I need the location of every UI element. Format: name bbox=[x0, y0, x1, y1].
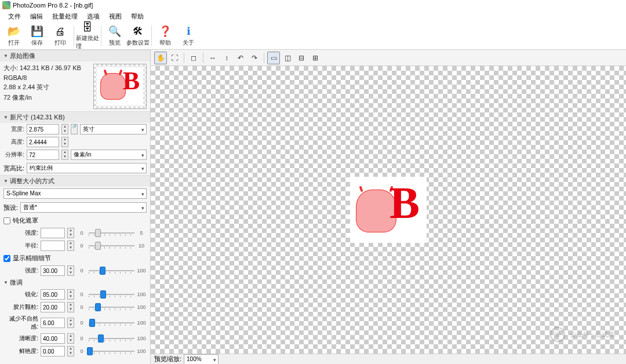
detail-strength-input[interactable] bbox=[41, 265, 65, 276]
fine-detail-label: 显示精细细节 bbox=[13, 254, 51, 263]
ft-label-4: 鲜艳度: bbox=[3, 347, 38, 355]
size-unit-combo[interactable]: 英寸 bbox=[80, 124, 147, 134]
toolbar-separator bbox=[101, 26, 101, 46]
ft-label-2: 减少不自然感: bbox=[3, 315, 38, 331]
canvas[interactable]: B ✳ 公众号：公式库 bbox=[151, 66, 626, 354]
detail-strength-slider[interactable] bbox=[89, 266, 134, 275]
unsharp-strength-spinner[interactable]: ▲▼ bbox=[67, 228, 74, 238]
about-button[interactable]: ℹ关于 bbox=[177, 23, 200, 49]
original-image-header[interactable]: 原始图像 bbox=[0, 50, 150, 61]
title-bar: PhotoZoom Pro 8.2 - [nb.gif] bbox=[0, 0, 626, 10]
view-quad[interactable]: ⊞ bbox=[309, 52, 322, 64]
menu-帮助[interactable]: 帮助 bbox=[126, 11, 148, 22]
ft-spinner-4[interactable]: ▲▼ bbox=[67, 346, 74, 356]
unsharp-mask-checkbox[interactable] bbox=[3, 217, 10, 224]
original-thumbnail: B bbox=[93, 64, 147, 109]
ratio-label: 宽高比: bbox=[3, 164, 24, 173]
ft-spinner-2[interactable]: ▲▼ bbox=[67, 318, 74, 328]
open-button-icon: 📂 bbox=[7, 24, 21, 38]
ft-input-3[interactable] bbox=[41, 333, 65, 344]
open-button[interactable]: 📂打开 bbox=[2, 23, 26, 49]
detail-strength-spinner[interactable]: ▲▼ bbox=[67, 265, 74, 276]
width-input[interactable] bbox=[27, 124, 59, 134]
ft-slider-0[interactable] bbox=[89, 290, 134, 299]
unsharp-strength-input[interactable] bbox=[41, 228, 65, 238]
ft-input-1[interactable] bbox=[41, 302, 65, 312]
ft-slider-4[interactable] bbox=[89, 347, 134, 356]
letter-b-graphic: B bbox=[123, 68, 140, 94]
menu-选项[interactable]: 选项 bbox=[82, 11, 104, 22]
new-size-header[interactable]: 新尺寸 (142.31 KB) bbox=[0, 111, 150, 123]
watermark: ✳ 公众号：公式库 bbox=[550, 327, 614, 342]
ft-input-0[interactable] bbox=[41, 289, 65, 300]
zoom-combo[interactable]: 100% bbox=[184, 354, 219, 365]
about-button-icon: ℹ bbox=[181, 24, 195, 38]
help-button-icon: ❓ bbox=[158, 24, 172, 38]
flip-h-tool[interactable]: ↔ bbox=[206, 52, 219, 64]
rotate-ccw-tool[interactable]: ↶ bbox=[234, 52, 247, 64]
dpi-spinner[interactable]: ▲▼ bbox=[61, 150, 68, 160]
app-icon bbox=[2, 1, 10, 9]
menu-批量处理[interactable]: 批量处理 bbox=[48, 11, 82, 22]
ft-slider-1[interactable] bbox=[89, 303, 134, 312]
print-button[interactable]: 🖨打印 bbox=[49, 23, 72, 49]
crop-tool[interactable]: ◻ bbox=[187, 52, 200, 64]
bull-graphic bbox=[100, 73, 126, 100]
print-button-icon: 🖨 bbox=[53, 24, 67, 38]
preset-combo[interactable]: 普通* bbox=[20, 202, 147, 213]
settings-button[interactable]: 🛠参数设置 bbox=[126, 23, 150, 49]
ft-spinner-1[interactable]: ▲▼ bbox=[67, 302, 74, 312]
ft-input-2[interactable] bbox=[41, 318, 65, 328]
preset-label: 预设: bbox=[3, 203, 18, 212]
canvas-toolbar-separator bbox=[203, 53, 203, 63]
fine-detail-checkbox[interactable] bbox=[3, 255, 10, 262]
unsharp-strength-slider[interactable] bbox=[89, 228, 134, 238]
resize-method-header[interactable]: 调整大小的方式 bbox=[0, 175, 150, 187]
help-button[interactable]: ❓帮助 bbox=[154, 23, 177, 49]
orig-size: 大小: 142.31 KB / 36.97 KB bbox=[3, 64, 90, 72]
preview-area: ✋⛶◻↔↕↶↷▭◫⊟⊞ B ✳ 公众号：公式库 预览缩放: 100% bbox=[151, 50, 626, 364]
main-toolbar: 📂打开💾保存🖨打印🗄新建批处理🔍预览🛠参数设置❓帮助ℹ关于 bbox=[0, 22, 626, 50]
menu-视图[interactable]: 视图 bbox=[104, 11, 126, 22]
height-input[interactable] bbox=[27, 137, 59, 147]
unsharp-radius-spinner[interactable]: ▲▼ bbox=[67, 241, 74, 251]
ft-spinner-0[interactable]: ▲▼ bbox=[67, 289, 74, 300]
new-batch-button-icon: 🗄 bbox=[81, 21, 94, 34]
resize-method-combo[interactable]: S-Spline Max bbox=[3, 188, 147, 199]
pan-tool[interactable]: ✋ bbox=[154, 52, 167, 64]
ft-slider-2[interactable] bbox=[89, 318, 134, 327]
ft-spinner-3[interactable]: ▲▼ bbox=[67, 333, 74, 344]
flip-v-tool[interactable]: ↕ bbox=[220, 52, 233, 64]
preview-image: B bbox=[350, 177, 427, 243]
view-single[interactable]: ▭ bbox=[267, 52, 280, 64]
save-button[interactable]: 💾保存 bbox=[26, 23, 49, 49]
preview-button[interactable]: 🔍预览 bbox=[103, 23, 126, 49]
view-split-v[interactable]: ◫ bbox=[281, 52, 294, 64]
letter-b-graphic: B bbox=[390, 180, 420, 225]
ft-input-4[interactable] bbox=[41, 346, 65, 356]
unsharp-radius-slider[interactable] bbox=[89, 241, 134, 250]
view-split-h[interactable]: ⊟ bbox=[295, 52, 308, 64]
detail-strength-label: 强度: bbox=[3, 267, 38, 275]
unsharp-radius-label: 半径: bbox=[3, 242, 38, 250]
width-spinner[interactable]: ▲▼ bbox=[61, 124, 68, 134]
unsharp-radius-input[interactable] bbox=[41, 241, 65, 251]
menu-编辑[interactable]: 编辑 bbox=[26, 11, 48, 22]
aspect-ratio-combo[interactable]: 约束比例 bbox=[27, 163, 147, 173]
new-batch-button[interactable]: 🗄新建批处理 bbox=[76, 23, 99, 49]
ft-slider-3[interactable] bbox=[89, 334, 134, 343]
toolbar-separator bbox=[151, 26, 152, 46]
zoom-label: 预览缩放: bbox=[154, 355, 181, 363]
orig-res: 72 像素/in bbox=[3, 93, 90, 102]
save-button-icon: 💾 bbox=[30, 24, 44, 38]
height-spinner[interactable]: ▲▼ bbox=[61, 137, 68, 147]
left-panel: 原始图像 大小: 142.31 KB / 36.97 KB RGBA/8 2.8… bbox=[0, 50, 151, 364]
width-lock[interactable]: 🔗 bbox=[71, 124, 78, 134]
marquee-tool[interactable]: ⛶ bbox=[168, 52, 181, 64]
ft-label-1: 胶片颗粒: bbox=[3, 303, 38, 311]
rotate-cw-tool[interactable]: ↷ bbox=[248, 52, 261, 64]
preview-button-icon: 🔍 bbox=[108, 24, 122, 38]
dpi-input[interactable] bbox=[27, 150, 59, 160]
dpi-unit-combo[interactable]: 像素/in bbox=[71, 150, 147, 160]
menu-文件[interactable]: 文件 bbox=[3, 11, 26, 22]
